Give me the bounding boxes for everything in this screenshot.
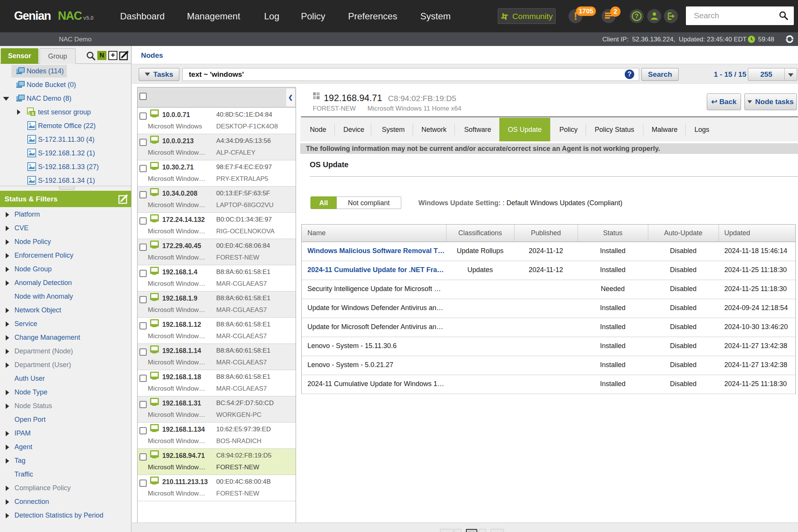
svg-text:S: S bbox=[32, 111, 34, 116]
svg-text:?: ? bbox=[635, 13, 639, 19]
